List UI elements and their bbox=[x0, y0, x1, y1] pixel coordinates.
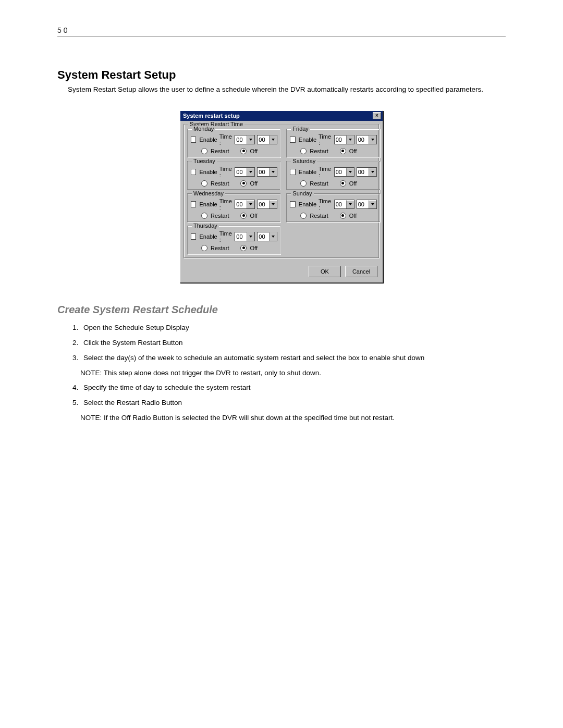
wednesday-minute-select[interactable]: 00 bbox=[257, 200, 277, 209]
saturday-restart-label: Restart bbox=[310, 180, 328, 187]
chevron-down-icon bbox=[247, 135, 254, 144]
system-restart-time-group: System Restart Time Monday Enable Time :… bbox=[183, 124, 380, 258]
note-2: NOTE: If the Off Radio Button is selecte… bbox=[80, 413, 506, 423]
friday-restart-radio[interactable] bbox=[300, 148, 307, 154]
saturday-hour-value: 00 bbox=[335, 168, 346, 176]
thursday-enable-checkbox[interactable] bbox=[191, 233, 196, 240]
wednesday-off-label: Off bbox=[250, 213, 257, 219]
step-2: Click the System Restart Button bbox=[80, 338, 506, 348]
thursday-restart-radio[interactable] bbox=[201, 245, 207, 251]
monday-enable-checkbox[interactable] bbox=[191, 137, 196, 143]
tuesday-restart-label: Restart bbox=[211, 180, 229, 187]
chevron-down-icon bbox=[269, 200, 277, 208]
tuesday-hour-select[interactable]: 00 bbox=[235, 167, 255, 177]
subsection-title: Create System Restart Schedule bbox=[57, 304, 506, 316]
thursday-restart-label: Restart bbox=[211, 245, 229, 251]
chevron-down-icon bbox=[247, 168, 254, 176]
friday-off-label: Off bbox=[349, 148, 357, 154]
chevron-down-icon bbox=[346, 135, 354, 144]
day-sunday-legend: Sunday bbox=[291, 190, 313, 196]
day-thursday-legend: Thursday bbox=[192, 223, 219, 229]
sunday-enable-checkbox[interactable] bbox=[290, 201, 295, 207]
monday-hour-select[interactable]: 00 bbox=[235, 135, 255, 144]
steps-list-cont: Specify the time of day to schedule the … bbox=[80, 383, 506, 408]
ok-button[interactable]: OK bbox=[309, 266, 341, 277]
saturday-minute-select[interactable]: 00 bbox=[357, 167, 377, 177]
sunday-enable-label: Enable bbox=[299, 201, 316, 207]
chevron-down-icon bbox=[369, 135, 376, 144]
tuesday-hour-value: 00 bbox=[235, 168, 247, 176]
wednesday-time-label: Time : bbox=[219, 198, 233, 211]
friday-enable-checkbox[interactable] bbox=[290, 137, 295, 143]
day-friday-legend: Friday bbox=[291, 126, 310, 132]
sunday-hour-value: 00 bbox=[335, 200, 346, 208]
saturday-time-label: Time : bbox=[319, 166, 332, 178]
friday-time-label: Time : bbox=[319, 133, 332, 146]
sunday-restart-radio[interactable] bbox=[300, 213, 307, 219]
day-wednesday: Wednesday Enable Time : 00 00 Restart bbox=[187, 193, 281, 223]
tuesday-enable-checkbox[interactable] bbox=[191, 169, 196, 175]
friday-hour-value: 00 bbox=[335, 135, 346, 144]
step-5: Select the Restart Radio Button bbox=[80, 398, 506, 408]
sunday-minute-select[interactable]: 00 bbox=[357, 200, 377, 209]
tuesday-off-radio[interactable] bbox=[240, 180, 247, 187]
monday-minute-select[interactable]: 00 bbox=[257, 135, 277, 144]
saturday-off-label: Off bbox=[349, 180, 357, 187]
friday-enable-label: Enable bbox=[299, 137, 316, 143]
wednesday-enable-checkbox[interactable] bbox=[191, 201, 196, 207]
thursday-hour-value: 00 bbox=[235, 232, 247, 241]
thursday-time-label: Time : bbox=[219, 230, 233, 243]
monday-off-radio[interactable] bbox=[240, 148, 247, 154]
monday-hour-value: 00 bbox=[235, 135, 247, 144]
monday-enable-label: Enable bbox=[199, 137, 217, 143]
sunday-hour-select[interactable]: 00 bbox=[334, 200, 354, 209]
tuesday-minute-select[interactable]: 00 bbox=[257, 167, 277, 177]
wednesday-hour-select[interactable]: 00 bbox=[235, 200, 255, 209]
day-monday: Monday Enable Time : 00 00 Restart bbox=[187, 129, 281, 158]
sunday-time-label: Time : bbox=[319, 198, 332, 211]
chevron-down-icon bbox=[369, 168, 376, 176]
friday-hour-select[interactable]: 00 bbox=[334, 135, 354, 144]
page-number: 50 bbox=[57, 26, 506, 34]
day-tuesday-legend: Tuesday bbox=[192, 158, 217, 164]
friday-minute-select[interactable]: 00 bbox=[357, 135, 377, 144]
tuesday-minute-value: 00 bbox=[258, 168, 269, 176]
thursday-minute-select[interactable]: 00 bbox=[257, 232, 277, 241]
saturday-restart-radio[interactable] bbox=[300, 180, 307, 187]
saturday-minute-value: 00 bbox=[357, 168, 369, 176]
monday-minute-value: 00 bbox=[258, 135, 269, 144]
tuesday-enable-label: Enable bbox=[199, 169, 217, 175]
thursday-off-radio[interactable] bbox=[240, 245, 247, 251]
chevron-down-icon bbox=[369, 200, 376, 208]
cancel-button[interactable]: Cancel bbox=[345, 266, 377, 277]
chevron-down-icon bbox=[269, 168, 277, 176]
sunday-off-radio[interactable] bbox=[340, 213, 346, 219]
dialog-title: System restart setup bbox=[183, 113, 240, 119]
thursday-enable-label: Enable bbox=[199, 233, 217, 240]
day-saturday: Saturday Enable Time : 00 00 Restart bbox=[286, 161, 380, 190]
saturday-enable-checkbox[interactable] bbox=[290, 169, 295, 175]
thursday-hour-select[interactable]: 00 bbox=[235, 232, 255, 241]
dialog-titlebar: System restart setup × bbox=[180, 111, 383, 121]
tuesday-restart-radio[interactable] bbox=[201, 180, 207, 187]
wednesday-restart-radio[interactable] bbox=[201, 213, 207, 219]
note-1: NOTE: This step alone does not trigger t… bbox=[80, 368, 506, 378]
wednesday-off-radio[interactable] bbox=[240, 213, 247, 219]
chevron-down-icon bbox=[346, 168, 354, 176]
step-4: Specify the time of day to schedule the … bbox=[80, 383, 506, 393]
section-title: System Restart Setup bbox=[57, 68, 506, 82]
thursday-off-label: Off bbox=[250, 245, 257, 251]
monday-restart-radio[interactable] bbox=[201, 148, 207, 154]
intro-text: System Restart Setup allows the user to … bbox=[68, 85, 506, 95]
thursday-minute-value: 00 bbox=[258, 232, 269, 241]
wednesday-enable-label: Enable bbox=[199, 201, 217, 207]
saturday-hour-select[interactable]: 00 bbox=[334, 167, 354, 177]
steps-list: Open the Schedule Setup Display Click th… bbox=[80, 323, 506, 363]
chevron-down-icon bbox=[247, 200, 254, 208]
step-3: Select the day(s) of the week to schedul… bbox=[80, 353, 506, 363]
saturday-off-radio[interactable] bbox=[340, 180, 346, 187]
close-button[interactable]: × bbox=[373, 112, 381, 119]
tuesday-time-label: Time : bbox=[219, 166, 233, 178]
chevron-down-icon bbox=[269, 135, 277, 144]
friday-off-radio[interactable] bbox=[340, 148, 346, 154]
